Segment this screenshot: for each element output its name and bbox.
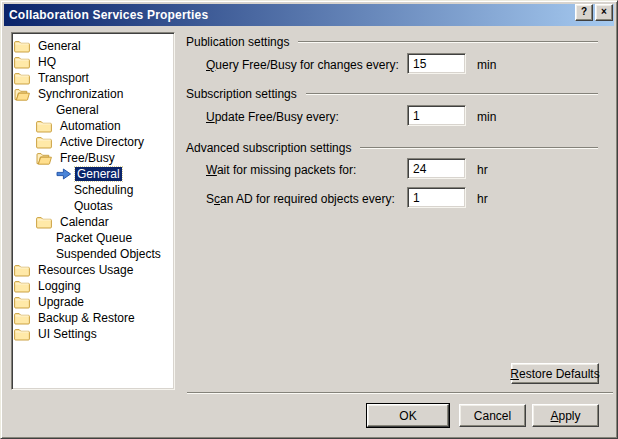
tree-item-label: Packet Queue: [54, 231, 134, 245]
folder-icon: [14, 280, 30, 293]
folder-icon: [14, 264, 30, 277]
unit-label: min: [477, 110, 496, 124]
tree-item-synchronization[interactable]: Synchronization: [12, 86, 174, 102]
tree-item-packet-queue[interactable]: Packet Queue: [12, 230, 174, 246]
tree-item-label: Logging: [36, 279, 83, 293]
tree-item-suspended-objects[interactable]: Suspended Objects: [12, 246, 174, 262]
tree-item-label: General: [54, 103, 101, 117]
tree-item-label: UI Settings: [36, 327, 99, 341]
window-title: Collaboration Services Properties: [9, 8, 208, 22]
folder-icon: [14, 72, 30, 85]
unit-label: min: [477, 58, 496, 72]
tree-item-label: Quotas: [72, 199, 115, 213]
tree-item-free-busy-general[interactable]: General: [12, 166, 174, 182]
folder-icon: [36, 136, 52, 149]
folder-icon: [14, 312, 30, 325]
tree-item-active-directory[interactable]: Active Directory: [12, 134, 174, 150]
folder-icon: [14, 40, 30, 53]
tree-item-label: Backup & Restore: [36, 311, 137, 325]
tree-item-logging[interactable]: Logging: [12, 278, 174, 294]
section-title: Advanced subscription settings: [186, 141, 351, 155]
tree-item-label: HQ: [36, 55, 58, 69]
title-bar: Collaboration Services Properties: [4, 4, 614, 26]
tree-item-automation[interactable]: Automation: [12, 118, 174, 134]
folder-icon: [14, 328, 30, 341]
close-button[interactable]: ×: [595, 4, 613, 21]
tree-item-upgrade[interactable]: Upgrade: [12, 294, 174, 310]
wait-missing-packets-input[interactable]: [407, 158, 466, 179]
tree-item-ui-settings[interactable]: UI Settings: [12, 326, 174, 342]
tree-item-synchronization-general[interactable]: General: [12, 102, 174, 118]
tree-item-label: Resources Usage: [36, 263, 135, 277]
folder-icon: [14, 296, 30, 309]
cancel-button[interactable]: Cancel: [459, 404, 526, 427]
section-divider: [306, 93, 598, 95]
tree-item-free-busy[interactable]: Free/Busy: [12, 150, 174, 166]
apply-button[interactable]: Apply: [532, 404, 599, 427]
tree-item-backup-restore[interactable]: Backup & Restore: [12, 310, 174, 326]
section-title: Subscription settings: [186, 87, 297, 101]
query-freebusy-label: Query Free/Busy for changes every:: [206, 58, 399, 72]
tree-item-scheduling[interactable]: Scheduling: [12, 182, 174, 198]
selected-arrow-icon: [56, 168, 72, 180]
tree-item-label: Synchronization: [36, 87, 125, 101]
unit-label: hr: [477, 163, 488, 177]
section-title: Publication settings: [186, 35, 289, 49]
tree-item-label: General: [36, 39, 83, 53]
tree-item-general[interactable]: General: [12, 38, 174, 54]
footer-separator: [187, 392, 613, 394]
tree-item-label: Automation: [58, 119, 123, 133]
tree-item-resources-usage[interactable]: Resources Usage: [12, 262, 174, 278]
tree-item-label: Transport: [36, 71, 91, 85]
tree-item-transport[interactable]: Transport: [12, 70, 174, 86]
restore-defaults-button[interactable]: Restore Defaults: [511, 363, 599, 384]
folder-icon: [14, 56, 30, 69]
help-button[interactable]: ?: [575, 4, 593, 21]
tree-item-hq[interactable]: HQ: [12, 54, 174, 70]
tree-item-label: Calendar: [58, 215, 111, 229]
ok-button[interactable]: OK: [367, 404, 449, 427]
section-divider: [298, 41, 598, 43]
tree-item-label: Free/Busy: [58, 151, 117, 165]
tree-item-quotas[interactable]: Quotas: [12, 198, 174, 214]
tree-item-label: Upgrade: [36, 295, 86, 309]
tree-item-label: Scheduling: [72, 183, 135, 197]
wait-missing-packets-label: Wait for missing packets for:: [206, 163, 356, 177]
tree-item-label: Active Directory: [58, 135, 146, 149]
scan-ad-interval-input[interactable]: [407, 187, 466, 208]
scan-ad-label: Scan AD for required objects every:: [206, 192, 395, 206]
tree-item-calendar[interactable]: Calendar: [12, 214, 174, 230]
tree-item-label-selected: General: [75, 167, 122, 181]
title-bar-buttons: ? ×: [575, 4, 613, 21]
section-divider: [360, 147, 598, 149]
open-folder-icon: [36, 152, 52, 165]
folder-icon: [36, 216, 52, 229]
update-freebusy-label: Update Free/Busy every:: [206, 110, 339, 124]
tree-item-label: Suspended Objects: [54, 247, 163, 261]
folder-icon: [36, 120, 52, 133]
section-advanced-subscription-settings: Advanced subscription settings: [186, 141, 598, 155]
query-freebusy-interval-input[interactable]: [407, 53, 466, 74]
section-subscription-settings: Subscription settings: [186, 87, 598, 101]
dialog-window: Collaboration Services Properties ? × Ge…: [0, 0, 618, 439]
update-freebusy-interval-input[interactable]: [407, 105, 466, 126]
unit-label: hr: [477, 192, 488, 206]
settings-tree: General HQ Transport Synchronization Gen…: [11, 32, 175, 390]
section-publication-settings: Publication settings: [186, 35, 598, 49]
settings-panel: Publication settings Query Free/Busy for…: [186, 31, 599, 371]
open-folder-icon: [14, 88, 30, 101]
